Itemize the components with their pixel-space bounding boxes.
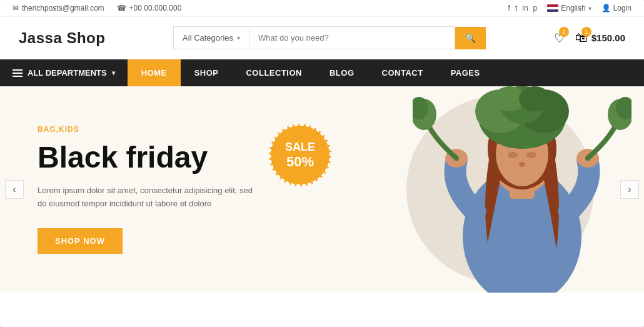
category-label: All Categories [183,33,233,43]
pinterest-icon[interactable]: p [533,4,538,13]
svg-point-5 [508,152,518,158]
chevron-right-icon: › [628,184,631,195]
twitter-icon[interactable]: t [515,4,517,13]
model-illustration [413,86,631,293]
nav-item-contact[interactable]: CONTACT [368,59,437,86]
top-bar-right: f t in p English ▾ 👤 Login [508,4,631,13]
search-icon: 🔍 [465,33,476,43]
next-slide-button[interactable]: › [620,180,639,199]
email-contact: therichposts@gmail.com [13,4,104,13]
language-label: English [561,4,585,13]
hamburger-icon [13,69,23,77]
chevron-down-icon: ▾ [237,34,240,41]
browser-window: therichposts@gmail.com +00 00.000.000 f … [0,0,644,327]
top-bar-left: therichposts@gmail.com +00 00.000.000 [13,4,181,13]
hero-image [294,86,644,293]
language-selector[interactable]: English ▾ [547,4,591,13]
svg-point-6 [526,152,536,158]
header-icons: ♡ 2 🛍 1 $150.00 [554,31,625,46]
phone-icon [117,4,126,13]
svg-point-15 [519,86,550,111]
hero-content: BAG,KIDS Black friday Lorem ipsum dolor … [0,100,294,278]
svg-point-7 [519,162,525,167]
phone-contact: +00 00.000.000 [117,4,182,13]
top-bar: therichposts@gmail.com +00 00.000.000 f … [0,0,644,17]
nav-links: HOME SHOP COLLECTION BLOG CONTACT PAGES [128,59,644,86]
nav-item-shop[interactable]: SHOP [181,59,233,86]
envelope-icon [13,4,19,13]
sale-percent: 50% [286,154,314,170]
nav-bar: ALL DEPARTMENTS ▾ HOME SHOP COLLECTION B… [0,59,644,86]
shop-now-button[interactable]: SHOP NOW [38,228,123,254]
linkedin-icon[interactable]: in [522,4,528,13]
hero-description: Lorem ipsum dolor sit amet, consectetur … [38,184,256,211]
search-input[interactable] [249,26,455,49]
cart-price: $150.00 [591,33,625,43]
email-text: therichposts@gmail.com [22,4,104,13]
login-button[interactable]: 👤 Login [601,4,631,13]
hero-section: ‹ BAG,KIDS Black friday Lorem ipsum dolo… [0,86,644,293]
flag-icon [547,4,558,12]
cart-badge: 1 [581,27,591,37]
wishlist-badge: 2 [559,27,569,37]
phone-text: +00 00.000.000 [129,4,182,13]
nav-item-collection[interactable]: COLLECTION [232,59,316,86]
nav-item-home[interactable]: HOME [128,59,181,86]
category-dropdown[interactable]: All Categories ▾ [173,26,249,49]
search-area: All Categories ▾ 🔍 [173,26,486,49]
logo[interactable]: Jassa Shop [19,29,105,47]
social-icons: f t in p [508,4,538,13]
all-departments-label: ALL DEPARTMENTS [28,68,107,78]
facebook-icon[interactable]: f [508,4,510,13]
user-icon: 👤 [601,4,611,13]
login-label: Login [613,4,631,13]
all-departments-button[interactable]: ALL DEPARTMENTS ▾ [0,59,128,86]
hero-category: BAG,KIDS [38,125,256,134]
sale-text: SALE [285,141,315,154]
hero-title: Black friday [38,141,256,174]
nav-item-pages[interactable]: PAGES [437,59,494,86]
chevron-down-icon: ▾ [588,5,591,12]
nav-item-blog[interactable]: BLOG [316,59,368,86]
search-button[interactable]: 🔍 [455,27,486,49]
header: Jassa Shop All Categories ▾ 🔍 ♡ 2 🛍 1 $ [0,17,644,59]
chevron-down-icon: ▾ [112,69,115,76]
prev-slide-button[interactable]: ‹ [5,180,24,199]
chevron-left-icon: ‹ [13,184,16,195]
cart-button[interactable]: 🛍 1 $150.00 [575,31,625,45]
sale-badge: SALE 50% [269,124,331,186]
wishlist-button[interactable]: ♡ 2 [554,31,565,46]
